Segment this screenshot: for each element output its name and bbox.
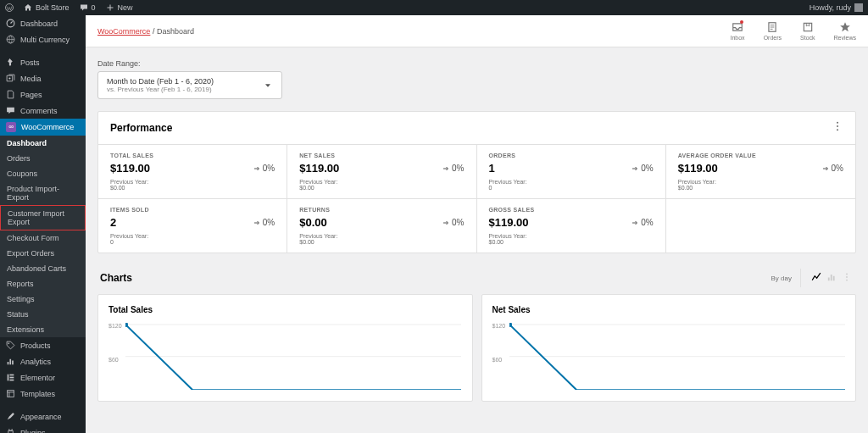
sidebar-item-posts[interactable]: Posts <box>0 54 86 70</box>
chart-ylabel: $120 <box>108 323 122 329</box>
chart-svg <box>125 323 461 390</box>
sidebar-item-comments[interactable]: Comments <box>0 103 86 119</box>
sidebar-item-media[interactable]: Media <box>0 70 86 86</box>
kpi-card[interactable]: GROSS SALES $119.00 0% Previous Year: $0… <box>477 198 666 253</box>
kpi-prev-value: 0 <box>110 239 275 245</box>
kpi-label: GROSS SALES <box>489 207 654 213</box>
sidebar-item-analytics[interactable]: Analytics <box>0 353 86 369</box>
kpi-prev-value: $0.00 <box>110 185 275 191</box>
sidebar-item-plugins[interactable]: Plugins <box>0 425 86 433</box>
svg-point-5 <box>8 342 9 344</box>
submenu-product-import-export[interactable]: Product Import-Export <box>0 181 86 205</box>
sidebar-item-templates[interactable]: Templates <box>0 386 86 402</box>
breadcrumb-root[interactable]: WooCommerce <box>97 27 150 36</box>
svg-point-4 <box>8 77 10 79</box>
plus-icon <box>106 3 114 12</box>
sidebar-item-products[interactable]: Products <box>0 337 86 353</box>
sidebar-item-elementor[interactable]: Elementor <box>0 369 86 386</box>
charts-menu[interactable] <box>840 269 854 287</box>
submenu-checkout-form[interactable]: Checkout Form <box>0 230 86 246</box>
submenu-settings[interactable]: Settings <box>0 291 86 307</box>
chart-type-line[interactable] <box>810 269 823 287</box>
charts-row: Total Sales $120 $60 Net Sales <box>97 294 856 402</box>
sidebar-item-pages[interactable]: Pages <box>0 86 86 103</box>
header-action-stock[interactable]: Stock <box>800 21 815 41</box>
header-action-label: Inbox <box>731 35 745 41</box>
woocommerce-submenu: Dashboard Orders Coupons Product Import-… <box>0 136 86 337</box>
header-action-inbox[interactable]: Inbox <box>731 21 745 41</box>
submenu-export-orders[interactable]: Export Orders <box>0 246 86 261</box>
chart-ylabel: $60 <box>108 357 119 363</box>
sidebar-item-dashboard[interactable]: Dashboard <box>0 15 86 31</box>
sidebar-item-woocommerce[interactable]: WooCommerce <box>0 119 86 136</box>
chart-ylabel: $60 <box>492 357 503 363</box>
header-action-label: Orders <box>764 35 782 41</box>
kpi-card[interactable]: RETURNS $0.00 0% Previous Year: $0.00 <box>287 198 476 253</box>
globe-icon <box>6 35 15 44</box>
svg-rect-7 <box>9 375 14 376</box>
header-action-orders[interactable]: Orders <box>764 21 782 41</box>
chart-total-sales: Total Sales $120 $60 <box>97 294 473 402</box>
date-range-label: Date Range: <box>97 59 856 68</box>
sidebar-item-multicurrency[interactable]: Multi Currency <box>0 31 86 47</box>
submenu-dashboard[interactable]: Dashboard <box>0 136 86 151</box>
arrow-right-icon <box>253 164 261 173</box>
charts-title: Charts <box>100 272 132 284</box>
arrow-right-icon <box>631 164 639 173</box>
site-name[interactable]: Bolt Store <box>24 3 70 12</box>
header-actions: Inbox Orders Stock Reviews <box>731 21 857 41</box>
dashboard-icon <box>6 19 15 28</box>
chart-title: Net Sales <box>492 305 846 314</box>
header-action-reviews[interactable]: Reviews <box>834 21 856 41</box>
line-chart-icon <box>811 272 821 282</box>
kpi-value: $119.00 <box>489 216 529 229</box>
sidebar-item-label: Comments <box>20 107 58 115</box>
kpi-prev-label: Previous Year: <box>678 179 843 185</box>
submenu-status[interactable]: Status <box>0 307 86 322</box>
kpi-card[interactable]: ITEMS SOLD 2 0% Previous Year: 0 <box>98 198 287 253</box>
header-action-label: Reviews <box>834 35 856 41</box>
chart-icon <box>6 357 15 366</box>
kpi-value: 1 <box>489 162 495 175</box>
sidebar-item-label: Products <box>20 341 51 350</box>
wp-logo[interactable] <box>5 3 14 12</box>
performance-menu[interactable] <box>832 120 843 136</box>
svg-point-18 <box>846 280 848 281</box>
date-range-dropdown[interactable]: Month to Date (Feb 1 - 6, 2020) vs. Prev… <box>97 71 282 99</box>
sidebar-item-appearance[interactable]: Appearance <box>0 408 86 425</box>
arrow-right-icon <box>442 164 450 173</box>
kpi-value: $0.00 <box>299 216 327 229</box>
kpi-card[interactable]: TOTAL SALES $119.00 0% Previous Year: $0… <box>98 144 287 198</box>
notification-dot <box>740 20 743 24</box>
submenu-coupons[interactable]: Coupons <box>0 166 86 181</box>
sidebar-item-label: WooCommerce <box>21 123 74 131</box>
admin-bar: Bolt Store 0 New Howdy, rudy <box>0 0 868 15</box>
chart-type-bar[interactable] <box>825 269 838 287</box>
howdy[interactable]: Howdy, rudy <box>810 3 863 12</box>
submenu-orders[interactable]: Orders <box>0 151 86 166</box>
chart-interval[interactable]: By day <box>771 275 792 282</box>
kpi-card[interactable]: ORDERS 1 0% Previous Year: 0 <box>477 144 666 198</box>
kpi-prev-value: $0.00 <box>678 185 843 191</box>
performance-panel: Performance TOTAL SALES $119.00 0% Previ… <box>97 111 856 253</box>
wordpress-icon <box>5 3 14 12</box>
kpi-prev-value: $0.00 <box>489 239 654 245</box>
submenu-reports[interactable]: Reports <box>0 276 86 291</box>
kpi-prev-label: Previous Year: <box>489 233 654 239</box>
kpi-delta: 0% <box>253 218 275 227</box>
page-icon <box>6 90 15 99</box>
submenu-customer-import-export[interactable]: Customer Import Export <box>0 205 86 230</box>
new-link[interactable]: New <box>106 3 133 12</box>
media-icon <box>6 74 15 83</box>
kpi-card[interactable]: NET SALES $119.00 0% Previous Year: $0.0… <box>287 144 476 198</box>
kpi-grid: TOTAL SALES $119.00 0% Previous Year: $0… <box>98 144 855 253</box>
comment-icon <box>80 3 88 12</box>
kpi-card[interactable]: AVERAGE ORDER VALUE $119.00 0% Previous … <box>666 144 855 198</box>
comments-link[interactable]: 0 <box>80 3 96 12</box>
sidebar-item-label: Plugins <box>20 429 46 434</box>
submenu-abandoned-carts[interactable]: Abandoned Carts <box>0 261 86 276</box>
kpi-prev-label: Previous Year: <box>110 233 275 239</box>
submenu-extensions[interactable]: Extensions <box>0 322 86 337</box>
stock-icon <box>802 21 814 33</box>
tag-icon <box>6 341 15 350</box>
